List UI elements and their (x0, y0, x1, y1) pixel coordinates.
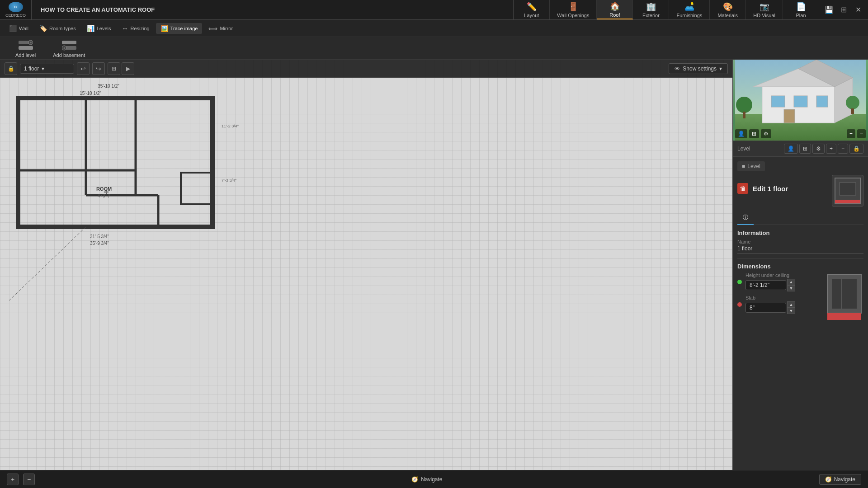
wall-openings-label: Wall Openings (557, 13, 589, 18)
mirror-tool[interactable]: ⟺ Mirror (204, 23, 237, 34)
preview-person-icon[interactable]: 👤 (735, 129, 747, 138)
height-row: Height under ceiling ▲ ▼ (737, 272, 821, 291)
svg-rect-38 (784, 109, 795, 123)
rp-grid-button[interactable]: ⊞ (799, 144, 811, 154)
lock-button[interactable]: 🔒 (5, 62, 17, 75)
svg-rect-10 (18, 98, 212, 227)
furnishings-icon: 🛋️ (684, 2, 694, 12)
svg-rect-15 (181, 173, 212, 204)
levels-tool[interactable]: 📊 Levels (82, 23, 116, 34)
svg-text:11'-2 3/4": 11'-2 3/4" (222, 124, 239, 128)
navigate-button[interactable]: 🧭 Navigate (819, 474, 861, 485)
slab-input[interactable] (745, 303, 786, 313)
nav-tab-furnishings[interactable]: 🛋️ Furnishings (669, 0, 710, 19)
nav-tab-roof[interactable]: 🏠 Roof (597, 0, 633, 19)
zoom-in-button[interactable]: + (7, 474, 19, 485)
preview-zoom-out[interactable]: − (857, 129, 866, 138)
nav-tab-exterior[interactable]: 🏢 Exterior (633, 0, 669, 19)
view-toggle-3d[interactable]: ▶ (122, 62, 134, 75)
height-increment[interactable]: ▲ (787, 279, 795, 285)
name-label: Name (737, 239, 863, 244)
preview-controls: 👤 ⊞ ⚙ + − (735, 129, 866, 138)
add-basement-button[interactable]: + Add basement (47, 37, 91, 60)
navigate-area: 🧭 Navigate (411, 476, 442, 483)
navigate-btn-label: Navigate (834, 476, 855, 483)
trace-image-icon: 🖼️ (160, 25, 168, 32)
name-row: Name 1 floor (737, 239, 863, 253)
roof-icon: 🏠 (610, 1, 620, 11)
show-settings-button[interactable]: 👁 Show settings ▾ (669, 63, 728, 74)
room-types-icon: 🏷️ (39, 25, 47, 32)
name-value: 1 floor (737, 245, 863, 253)
view-toggle-2d[interactable]: ⊞ (108, 62, 120, 75)
levels-label: Levels (97, 26, 111, 31)
preview-settings-icon[interactable]: ⚙ (761, 129, 771, 138)
wall-tool[interactable]: ⬛ Wall (5, 23, 33, 34)
rp-add-button[interactable]: + (826, 144, 836, 154)
add-level-button[interactable]: + Add level (9, 37, 42, 60)
zoom-out-button[interactable]: − (23, 474, 35, 485)
plan-label: Plan (796, 13, 806, 18)
save-button[interactable]: 💾 (824, 5, 835, 15)
secondary-toolbar: ⬛ Wall 🏷️ Room types 📊 Levels ↔️ Resizin… (0, 20, 868, 37)
undo-button[interactable]: ↩ (77, 62, 90, 75)
show-settings-label: Show settings (683, 66, 717, 72)
rp-lock-button[interactable]: 🔒 (849, 144, 863, 154)
rp-person-button[interactable]: 👤 (784, 144, 798, 154)
svg-text:+: + (63, 46, 65, 50)
materials-label: Materials (717, 13, 738, 18)
top-navbar: C CEDRECO HOW TO CREATE AN AUTOMATIC ROO… (0, 0, 868, 20)
furnishings-label: Furnishings (676, 13, 702, 18)
nav-tab-plan[interactable]: 📄 Plan (783, 0, 819, 19)
level-badge: ■ Level (737, 161, 765, 171)
slab-spinner: ▲ ▼ (787, 301, 795, 314)
slab-decrement[interactable]: ▼ (787, 308, 795, 314)
close-button[interactable]: ✕ (853, 5, 863, 15)
delete-floor-button[interactable]: 🗑 (737, 183, 748, 194)
floor-bar: 🔒 1 floor ▾ ↩ ↪ ⊞ ▶ 👁 Show settings ▾ (0, 60, 732, 78)
height-indicator (737, 280, 742, 284)
room-types-tool[interactable]: 🏷️ Room types (35, 23, 80, 34)
svg-rect-36 (794, 96, 807, 107)
preview-zoom-in[interactable]: + (847, 129, 855, 138)
grid-button[interactable]: ⊞ (838, 5, 849, 15)
height-input[interactable] (745, 280, 786, 290)
nav-tab-materials[interactable]: 🎨 Materials (710, 0, 746, 19)
dimensions-inputs: Height under ceiling ▲ ▼ (737, 272, 821, 318)
view-toggle-group: ⊞ ▶ (108, 62, 134, 75)
section-title-row: 🗑 Edit 1 floor (737, 175, 863, 206)
status-bar: + − 🧭 Navigate 🧭 Navigate (0, 470, 868, 488)
svg-rect-49 (827, 313, 861, 320)
redo-button[interactable]: ↪ (92, 62, 105, 75)
canvas-area[interactable]: 🔒 1 floor ▾ ↩ ↪ ⊞ ▶ 👁 Show settings ▾ 35… (0, 60, 732, 470)
trace-image-tool[interactable]: 🖼️ Trace image (156, 23, 203, 34)
slab-field: Slab ▲ ▼ (745, 295, 821, 314)
svg-text:✛: ✛ (104, 188, 109, 196)
resizing-tool[interactable]: ↔️ Resizing (117, 23, 154, 34)
right-panel-topbar: Level 👤 ⊞ ⚙ + − 🔒 (733, 141, 868, 157)
logo-icon: C (9, 2, 23, 12)
svg-line-28 (9, 227, 86, 335)
navigate-icon: 🧭 (411, 476, 418, 483)
floor-selector[interactable]: 1 floor ▾ (20, 64, 74, 74)
svg-rect-35 (771, 96, 785, 107)
svg-rect-40 (743, 112, 745, 118)
nav-tab-wall-openings[interactable]: 🚪 Wall Openings (550, 0, 597, 19)
settings-eye-icon: 👁 (675, 66, 680, 72)
rp-settings-button[interactable]: ⚙ (812, 144, 825, 154)
floor-selector-chevron: ▾ (42, 66, 44, 72)
rp-minus-button[interactable]: − (838, 144, 848, 154)
slab-increment[interactable]: ▲ (787, 301, 795, 308)
add-basement-label: Add basement (53, 52, 85, 58)
resizing-icon: ↔️ (122, 25, 128, 32)
svg-rect-37 (816, 96, 828, 107)
nav-tab-layout[interactable]: ✏️ Layout (514, 0, 550, 19)
nav-tab-hd-visual[interactable]: 📷 HD Visual (746, 0, 783, 19)
wall-tool-label: Wall (19, 26, 28, 31)
svg-rect-45 (835, 200, 860, 203)
exterior-label: Exterior (642, 13, 660, 18)
level-label-text: Level (737, 145, 750, 152)
height-decrement[interactable]: ▼ (787, 285, 795, 291)
preview-expand-icon[interactable]: ⊞ (749, 129, 759, 138)
info-tab-info[interactable]: ⓘ (737, 211, 754, 225)
